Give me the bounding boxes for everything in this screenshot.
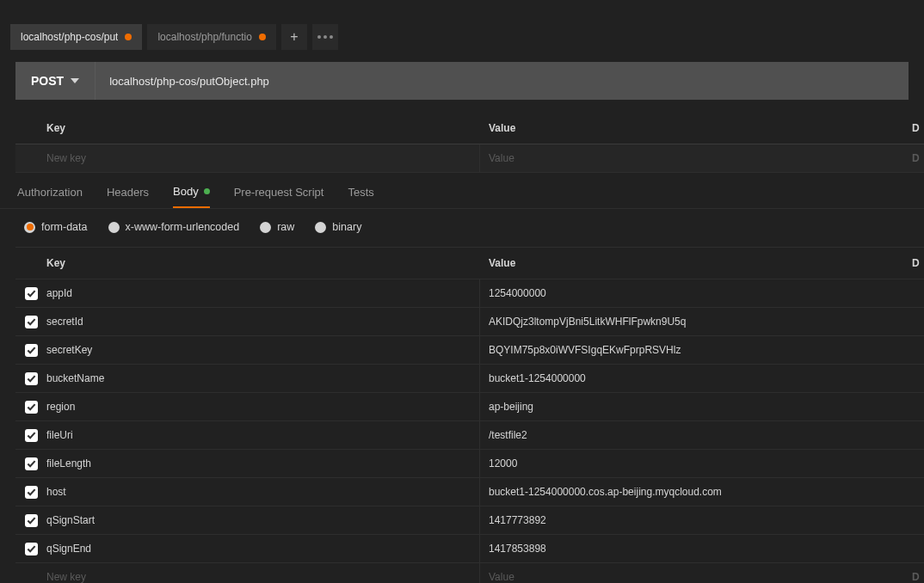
row-key[interactable]: qSignEnd	[46, 535, 480, 562]
body-type-selector: form-data x-www-form-urlencoded raw bina…	[0, 209, 924, 245]
row-value[interactable]: bucket1-1254000000	[480, 372, 907, 384]
url-value: localhost/php-cos/putObject.php	[109, 75, 269, 88]
table-row: appId1254000000	[15, 279, 924, 308]
plus-icon: +	[290, 30, 298, 44]
chevron-down-icon	[71, 78, 79, 83]
row-value[interactable]: bucket1-1254000000.cos.ap-beijing.myqclo…	[480, 486, 907, 498]
row-key[interactable]: secretId	[46, 308, 480, 335]
new-key-input[interactable]: New key	[46, 144, 480, 172]
table-row: bucketNamebucket1-1254000000	[15, 365, 924, 393]
form-data-new-row[interactable]: New key Value D	[15, 563, 924, 583]
tab-active[interactable]: localhost/php-cos/put	[10, 24, 142, 50]
new-desc-input[interactable]: D	[907, 571, 924, 583]
row-checkbox[interactable]	[25, 372, 38, 385]
radio-icon	[108, 222, 120, 233]
table-row: qSignEnd1417853898	[15, 535, 924, 563]
table-row: hostbucket1-1254000000.cos.ap-beijing.my…	[15, 478, 924, 506]
new-tab-button[interactable]: +	[281, 24, 307, 50]
tab-authorization[interactable]: Authorization	[17, 186, 83, 207]
params-new-row[interactable]: New key Value D	[15, 144, 924, 173]
row-checkbox[interactable]	[25, 287, 38, 300]
radio-icon	[315, 222, 326, 233]
form-data-table: Key Value D appId1254000000secretIdAKIDQ…	[15, 247, 924, 583]
params-header: Key Value D	[15, 112, 924, 144]
radio-form-data[interactable]: form-data	[24, 221, 88, 233]
header-key: Key	[46, 112, 480, 144]
method-select[interactable]: POST	[15, 62, 95, 100]
radio-raw[interactable]: raw	[260, 221, 294, 233]
tab-pre-request[interactable]: Pre-request Script	[234, 186, 324, 207]
radio-icon	[260, 222, 271, 233]
row-key[interactable]: fileUri	[46, 421, 480, 449]
tab-label: localhost/php/functio	[157, 31, 251, 43]
tab-inactive[interactable]: localhost/php/functio	[147, 24, 275, 50]
row-value[interactable]: AKIDQjz3ltompVjBni5LitkWHFlFpwkn9U5q	[480, 316, 907, 328]
unsaved-dot-icon	[259, 34, 266, 40]
tab-body[interactable]: Body	[173, 185, 210, 208]
row-checkbox[interactable]	[25, 486, 38, 499]
request-sub-tabs: Authorization Headers Body Pre-request S…	[0, 173, 924, 208]
ellipsis-icon	[317, 35, 333, 39]
row-value[interactable]: /testfile2	[480, 429, 907, 441]
row-value[interactable]: ap-beijing	[480, 401, 907, 413]
method-label: POST	[31, 74, 64, 88]
row-value[interactable]: 1417853898	[480, 543, 907, 555]
unsaved-dot-icon	[125, 34, 132, 40]
tab-tests[interactable]: Tests	[348, 186, 373, 207]
row-key[interactable]: host	[46, 478, 480, 506]
tab-headers[interactable]: Headers	[107, 186, 149, 207]
form-data-header: Key Value D	[15, 247, 924, 279]
row-checkbox[interactable]	[25, 344, 38, 357]
table-row: fileUri/testfile2	[15, 421, 924, 450]
row-checkbox[interactable]	[25, 401, 38, 414]
tab-bar: localhost/php-cos/put localhost/php/func…	[0, 0, 924, 62]
tab-options-button[interactable]	[312, 24, 338, 50]
new-key-input[interactable]: New key	[46, 563, 480, 583]
row-key[interactable]: appId	[46, 279, 480, 307]
table-row: secretIdAKIDQjz3ltompVjBni5LitkWHFlFpwkn…	[15, 308, 924, 336]
row-checkbox[interactable]	[25, 429, 38, 442]
url-input[interactable]: localhost/php-cos/putObject.php	[95, 62, 909, 100]
new-value-input[interactable]: Value	[480, 571, 907, 583]
header-value: Value	[480, 122, 907, 134]
table-row: qSignStart1417773892	[15, 506, 924, 535]
row-value[interactable]: 1417773892	[480, 514, 907, 526]
header-key: Key	[46, 248, 480, 279]
row-key[interactable]: bucketName	[46, 365, 480, 392]
row-checkbox[interactable]	[25, 316, 38, 328]
row-key[interactable]: region	[46, 393, 480, 420]
table-row: fileLength12000	[15, 450, 924, 478]
active-indicator-icon	[204, 188, 210, 194]
new-desc-input[interactable]: D	[907, 152, 924, 164]
new-value-input[interactable]: Value	[480, 152, 907, 164]
row-value[interactable]: 1254000000	[480, 287, 907, 299]
request-bar: POST localhost/php-cos/putObject.php	[15, 62, 909, 100]
row-value[interactable]: 12000	[480, 457, 907, 469]
header-desc: D	[907, 122, 924, 134]
params-table: Key Value D New key Value D	[15, 112, 924, 173]
tab-label: localhost/php-cos/put	[21, 31, 118, 43]
radio-icon	[24, 222, 35, 233]
row-key[interactable]: fileLength	[46, 450, 480, 477]
row-checkbox[interactable]	[25, 543, 38, 555]
row-value[interactable]: BQYIM75p8x0iWVFSIgqEKwFprpRSVHlz	[480, 344, 907, 356]
row-checkbox[interactable]	[25, 514, 38, 527]
row-checkbox[interactable]	[25, 457, 38, 470]
radio-binary[interactable]: binary	[315, 221, 361, 233]
table-row: regionap-beijing	[15, 393, 924, 421]
header-value: Value	[480, 257, 907, 269]
radio-urlencoded[interactable]: x-www-form-urlencoded	[108, 221, 240, 233]
row-key[interactable]: secretKey	[46, 336, 480, 364]
header-desc: D	[907, 257, 924, 269]
row-key[interactable]: qSignStart	[46, 506, 480, 534]
table-row: secretKeyBQYIM75p8x0iWVFSIgqEKwFprpRSVHl…	[15, 336, 924, 365]
